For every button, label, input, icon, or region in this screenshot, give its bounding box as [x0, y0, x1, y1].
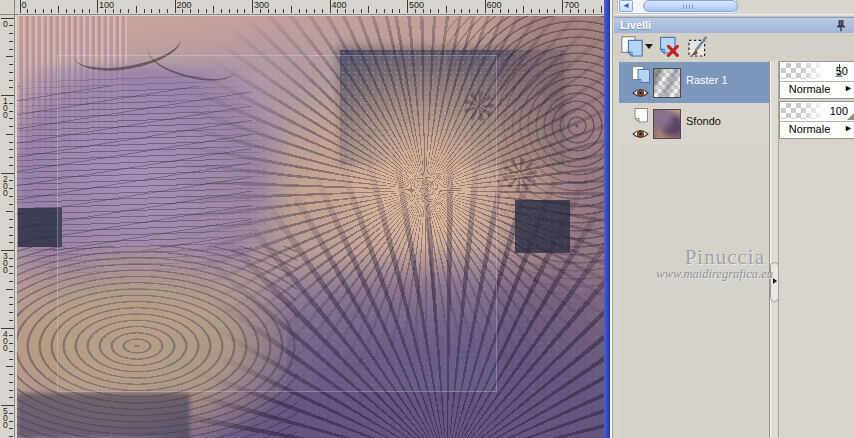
- layer-visibility-eye-icon[interactable]: [632, 128, 649, 140]
- layer-visibility-eye-icon[interactable]: [632, 87, 649, 99]
- ruler-tick: [9, 266, 13, 267]
- ruler-tick: [9, 188, 13, 189]
- background-layer-icon: [631, 106, 651, 126]
- ruler-tick: [43, 9, 44, 13]
- blend-dropdown-arrow-icon[interactable]: ►: [844, 83, 853, 93]
- ruler-tick: [539, 9, 540, 13]
- ruler-label: 500: [409, 0, 424, 10]
- ruler-tick: [9, 126, 13, 127]
- scrollbar-grip-icon: [686, 4, 687, 9]
- ruler-label: 3 0 0: [3, 253, 8, 274]
- blend-mode-select[interactable]: Normale ►: [780, 82, 854, 98]
- ruler-tick: [9, 80, 13, 81]
- ruler-tick: [9, 157, 13, 158]
- ruler-tick: [469, 9, 470, 13]
- ruler-tick: [9, 397, 13, 398]
- scroll-left-button[interactable]: ◄: [619, 0, 633, 12]
- ruler-label: 0: [3, 21, 8, 28]
- opacity-value: 100: [830, 105, 848, 117]
- ruler-tick: [9, 196, 13, 197]
- blend-dropdown-arrow-icon[interactable]: ►: [844, 123, 853, 133]
- ruler-tick: [9, 64, 13, 65]
- ruler-tick: [283, 9, 284, 13]
- palette-caption-bar[interactable]: Livelli: [614, 17, 854, 33]
- ruler-label: 200: [177, 0, 192, 10]
- ruler-tick: [206, 9, 207, 13]
- ruler-label: 5 0 0: [3, 408, 8, 429]
- ruler-tick: [376, 9, 377, 13]
- layer-name: Raster 1: [686, 74, 728, 86]
- art-sparkles: [17, 16, 604, 438]
- ruler-tick: [9, 335, 13, 336]
- watermark-url: www.maidiregrafica.eu: [656, 267, 773, 282]
- ruler-tick: [516, 9, 517, 13]
- ruler-tick: [144, 9, 145, 13]
- ruler-tick: [198, 9, 199, 13]
- ruler-tick: [9, 258, 13, 259]
- layer-name: Sfondo: [686, 115, 721, 127]
- ruler-tick: [9, 41, 13, 42]
- ruler-corner: [0, 0, 15, 15]
- collapse-arrow-icon: [773, 278, 777, 284]
- opacity-slider-handle-icon[interactable]: [847, 113, 854, 120]
- ruler-tick: [9, 33, 13, 34]
- ruler-tick: [353, 9, 354, 13]
- ruler-tick: [9, 180, 13, 181]
- ruler-tick: [9, 390, 13, 391]
- ruler-tick: [322, 9, 323, 13]
- blend-mode-value: Normale: [780, 83, 839, 95]
- ruler-label: 0: [22, 0, 27, 10]
- ruler-label: 400: [332, 0, 347, 10]
- horizontal-scrollbar[interactable]: ◄: [617, 0, 737, 14]
- panel-splitter[interactable]: [770, 61, 779, 438]
- ruler-tick: [399, 9, 400, 13]
- ruler-tick: [159, 9, 160, 13]
- opacity-field[interactable]: 100: [780, 102, 854, 122]
- ruler-tick: [361, 9, 362, 13]
- edit-selection-icon[interactable]: [686, 35, 710, 59]
- ruler-tick: [9, 227, 13, 228]
- pin-icon[interactable]: [836, 20, 846, 32]
- scroll-left-arrow-icon: ◄: [622, 1, 630, 10]
- canvas-image[interactable]: [17, 16, 604, 438]
- ruler-tick: [454, 9, 455, 13]
- new-raster-layer-icon[interactable]: [620, 35, 644, 59]
- ruler-major-tick: [252, 0, 253, 13]
- ruler-tick: [430, 9, 431, 13]
- ruler-tick: [9, 142, 13, 143]
- ruler-tick: [9, 111, 13, 112]
- layer-thumbnail[interactable]: [653, 109, 681, 139]
- ruler-tick: [9, 72, 13, 73]
- ruler-tick: [58, 6, 59, 13]
- ruler-tick: [120, 9, 121, 13]
- ruler-tick: [128, 9, 129, 13]
- opacity-value: 50: [836, 65, 848, 77]
- ruler-tick: [6, 211, 13, 212]
- ruler-tick: [531, 9, 532, 13]
- layer-row-sfondo[interactable]: Sfondo: [619, 103, 769, 144]
- ruler-tick: [6, 134, 13, 135]
- layers-panel-body: Raster 1 Sfondo: [614, 61, 854, 438]
- ruler-tick: [461, 9, 462, 13]
- ruler-tick: [9, 421, 13, 422]
- ruler-tick: [9, 235, 13, 236]
- ruler-tick: [9, 297, 13, 298]
- layer-thumbnail[interactable]: [653, 68, 681, 98]
- ruler-label: 300: [254, 0, 269, 10]
- ruler-tick: [9, 25, 13, 26]
- blend-mode-select[interactable]: Normale ►: [780, 122, 854, 138]
- new-layer-dropdown-arrow-icon[interactable]: [645, 44, 653, 49]
- ruler-tick: [508, 9, 509, 13]
- ruler-tick: [9, 281, 13, 282]
- ruler-tick: [9, 49, 13, 50]
- delete-layer-icon[interactable]: [657, 35, 681, 59]
- ruler-tick: [167, 9, 168, 13]
- layer-row-raster1[interactable]: Raster 1: [619, 62, 769, 103]
- ruler-tick: [9, 351, 13, 352]
- ruler-label: 100: [99, 0, 114, 10]
- canvas-window: 0100200300400500600700 01 0 02 0 03 0 04…: [0, 0, 604, 438]
- opacity-field[interactable]: 50: [780, 62, 854, 82]
- ruler-tick: [547, 9, 548, 13]
- scrollbar-thumb[interactable]: [643, 0, 738, 12]
- ruler-tick: [51, 9, 52, 13]
